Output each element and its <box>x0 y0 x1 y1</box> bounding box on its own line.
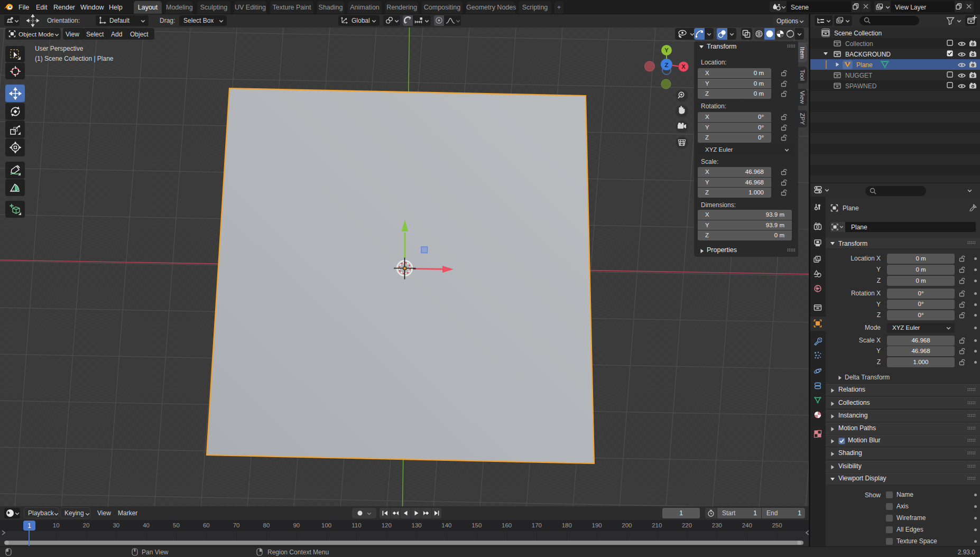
svg-text:X: X <box>681 63 686 70</box>
svg-text:Z: Z <box>664 62 668 68</box>
svg-text:Y: Y <box>664 47 669 53</box>
